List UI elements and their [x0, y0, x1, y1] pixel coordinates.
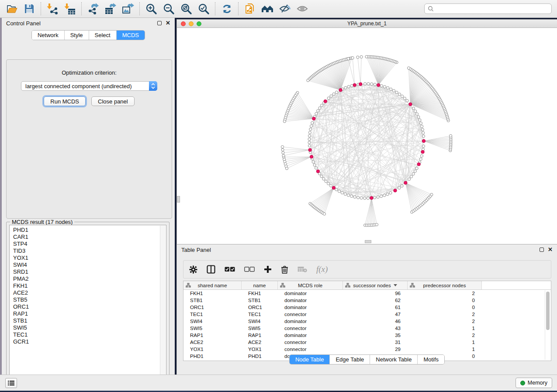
network-node[interactable]: [315, 112, 318, 115]
import-table-button[interactable]: [63, 2, 76, 15]
network-node[interactable]: [353, 196, 356, 198]
node-table[interactable]: shared namenameMCDS rolesuccessor nodesp…: [183, 281, 551, 361]
cell[interactable]: dominator: [278, 305, 343, 310]
cell[interactable]: connector: [278, 312, 343, 317]
mcds-result-list[interactable]: PHD1CAR1STP4TID3YOX1SWI4SRD1PMA2FKH1ACE2…: [9, 225, 166, 382]
tab-node-table[interactable]: Node Table: [290, 355, 330, 364]
cell[interactable]: 47: [343, 312, 408, 317]
network-node[interactable]: [395, 91, 398, 94]
network-hscroll-thumb[interactable]: [365, 240, 371, 243]
export-image-button[interactable]: [121, 2, 135, 15]
mcds-result-item[interactable]: FKH1: [13, 282, 166, 289]
export-table-button[interactable]: [104, 2, 117, 15]
network-window-titlebar[interactable]: YPA_prune.txt_1: [177, 20, 557, 28]
cell[interactable]: dominator: [278, 319, 343, 324]
network-node[interactable]: [350, 195, 353, 197]
network-node[interactable]: [325, 180, 327, 182]
mcds-node[interactable]: [312, 117, 315, 120]
network-node[interactable]: [410, 175, 412, 178]
edge[interactable]: [311, 152, 336, 189]
cell[interactable]: SWI5: [183, 326, 242, 331]
close-table-panel-icon[interactable]: ✕: [548, 248, 553, 252]
open-file-button[interactable]: [5, 2, 18, 15]
network-node[interactable]: [387, 86, 389, 89]
cell[interactable]: YOX1: [242, 347, 278, 352]
network-node[interactable]: [308, 141, 311, 144]
edge[interactable]: [368, 198, 371, 225]
cell[interactable]: 1: [408, 347, 482, 352]
edge[interactable]: [286, 157, 311, 166]
tab-network-table[interactable]: Network Table: [370, 355, 417, 364]
edge[interactable]: [318, 188, 334, 210]
network-node[interactable]: [367, 83, 370, 85]
tab-style[interactable]: Style: [64, 31, 89, 40]
edge[interactable]: [360, 57, 361, 84]
table-row[interactable]: SWI5SWI5connector431: [183, 325, 551, 332]
mcds-node[interactable]: [332, 186, 335, 189]
network-node[interactable]: [327, 182, 330, 185]
network-node[interactable]: [412, 107, 415, 110]
cell[interactable]: TEC1: [242, 312, 278, 317]
network-node[interactable]: [407, 67, 410, 69]
edge[interactable]: [381, 171, 415, 196]
cell[interactable]: STB1: [183, 298, 242, 303]
network-node[interactable]: [363, 83, 366, 85]
network-node[interactable]: [338, 190, 340, 193]
network-node[interactable]: [377, 196, 379, 198]
edge[interactable]: [285, 157, 311, 162]
mcds-result-item[interactable]: STP4: [13, 241, 166, 248]
mcds-result-item[interactable]: ACE2: [13, 289, 166, 296]
network-node[interactable]: [401, 185, 403, 187]
network-node[interactable]: [419, 119, 421, 121]
mcds-list-scrollbar[interactable]: [160, 226, 166, 381]
column-header-predecessor-nodes[interactable]: predecessor nodes: [408, 281, 482, 289]
float-panel-icon[interactable]: [157, 21, 162, 25]
edge[interactable]: [365, 198, 372, 225]
network-node[interactable]: [383, 194, 386, 196]
cell[interactable]: 61: [343, 305, 408, 310]
network-node[interactable]: [422, 131, 425, 134]
edge[interactable]: [367, 57, 378, 85]
tab-mcds[interactable]: MCDS: [116, 31, 145, 40]
tab-motifs[interactable]: Motifs: [417, 355, 444, 364]
network-node[interactable]: [335, 188, 338, 191]
edge[interactable]: [282, 147, 310, 150]
cell[interactable]: SWI5: [242, 326, 278, 331]
network-node[interactable]: [282, 151, 284, 154]
network-node[interactable]: [408, 178, 411, 180]
cell[interactable]: SWI4: [183, 319, 242, 324]
network-node[interactable]: [375, 223, 378, 226]
network-node[interactable]: [401, 95, 403, 97]
network-node[interactable]: [347, 57, 349, 60]
network-node[interactable]: [414, 170, 416, 172]
cell[interactable]: FKH1: [242, 291, 278, 296]
network-node[interactable]: [421, 125, 423, 127]
delete-column-button[interactable]: [281, 265, 288, 274]
save-session-button[interactable]: [23, 2, 36, 15]
network-node[interactable]: [318, 107, 321, 109]
mcds-result-item[interactable]: CAR1: [13, 234, 166, 241]
edge[interactable]: [311, 188, 334, 205]
mcds-node[interactable]: [339, 89, 342, 92]
mcds-node[interactable]: [417, 163, 420, 166]
network-node[interactable]: [315, 167, 317, 169]
column-header-successor-nodes[interactable]: successor nodes: [343, 281, 408, 289]
edge[interactable]: [371, 198, 377, 225]
show-columns-button[interactable]: [207, 265, 215, 274]
show-panel-button[interactable]: [296, 2, 309, 15]
cell[interactable]: 62: [343, 298, 408, 303]
mcds-result-item[interactable]: PMA2: [13, 275, 166, 282]
edge[interactable]: [284, 150, 310, 155]
network-node[interactable]: [419, 122, 422, 124]
cell[interactable]: 1: [408, 326, 482, 331]
window-close-icon[interactable]: [181, 21, 186, 26]
table-scrollbar[interactable]: [545, 290, 550, 360]
edge[interactable]: [320, 188, 334, 211]
cell[interactable]: YOX1: [183, 347, 242, 352]
network-node[interactable]: [329, 184, 332, 187]
network-node[interactable]: [285, 167, 288, 170]
mcds-node[interactable]: [422, 139, 425, 142]
column-header-shared-name[interactable]: shared name: [183, 281, 242, 289]
network-node[interactable]: [406, 100, 408, 102]
cell[interactable]: RAP1: [242, 333, 278, 338]
